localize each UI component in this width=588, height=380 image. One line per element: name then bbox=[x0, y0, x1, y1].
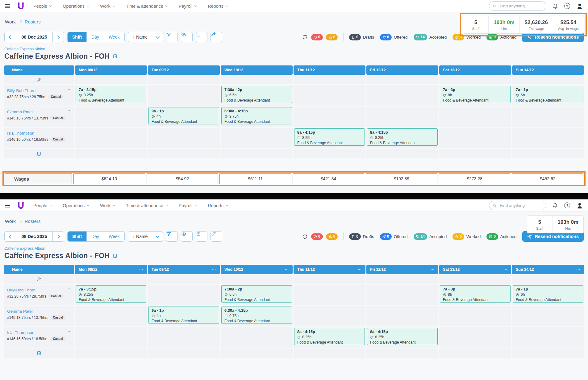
shift-cell[interactable]: 7a - 1p 6h Food & Beverage Attendant bbox=[512, 85, 584, 106]
nav-item-work[interactable]: Work bbox=[100, 4, 115, 9]
shift-cell[interactable]: 7a - 3p 8h Food & Beverage Attendant bbox=[439, 85, 511, 106]
sort-dropdown-button[interactable] bbox=[152, 232, 163, 241]
empty-cell[interactable] bbox=[75, 76, 147, 84]
visibility-button[interactable] bbox=[181, 231, 193, 242]
more-options-icon[interactable]: ••• bbox=[431, 69, 435, 71]
nav-item-operations[interactable]: Operations bbox=[63, 4, 89, 9]
global-search[interactable] bbox=[489, 1, 546, 11]
shift-card[interactable]: 7:30a - 2p 6.5h Food & Beverage Attendan… bbox=[221, 86, 292, 103]
empty-cell[interactable] bbox=[439, 349, 511, 358]
column-header-sat[interactable]: Sat 13/12••• bbox=[439, 265, 511, 274]
shift-card[interactable]: 7a - 3:15p 8.25h Food & Beverage Attenda… bbox=[76, 86, 146, 103]
tools-button[interactable] bbox=[211, 231, 222, 242]
column-header-wed[interactable]: Wed 10/12••• bbox=[221, 65, 293, 75]
column-header-tue[interactable]: Tue 09/12••• bbox=[148, 65, 220, 75]
empty-shift-cell[interactable] bbox=[294, 285, 365, 305]
column-header-sun[interactable]: Sun 14/12••• bbox=[512, 265, 584, 274]
roster-actions-button[interactable] bbox=[196, 231, 207, 242]
avatar[interactable] bbox=[576, 3, 583, 10]
empty-cell[interactable] bbox=[512, 275, 584, 284]
help-icon[interactable]: ? bbox=[564, 203, 570, 208]
more-options-icon[interactable]: ••• bbox=[577, 269, 580, 270]
empty-shift-cell[interactable] bbox=[439, 306, 511, 326]
global-search[interactable] bbox=[489, 201, 546, 210]
empty-shift-cell[interactable] bbox=[75, 306, 147, 326]
offered-pill[interactable]: 0 bbox=[380, 34, 392, 40]
employee-name-link[interactable]: Billy-Bob Thorn bbox=[7, 88, 35, 93]
nav-item-people[interactable]: People bbox=[33, 4, 52, 9]
empty-shift-cell[interactable] bbox=[512, 106, 584, 127]
tab-day[interactable]: Day bbox=[86, 32, 104, 42]
empty-cell[interactable] bbox=[148, 275, 220, 284]
filter-button[interactable] bbox=[166, 32, 178, 42]
employee-name-link[interactable]: Isla Thompson bbox=[7, 131, 34, 136]
empty-cell[interactable] bbox=[221, 349, 293, 358]
shift-card[interactable]: 7a - 1p 6h Food & Beverage Attendant bbox=[513, 285, 583, 303]
column-header-thu[interactable]: Thu 11/12••• bbox=[294, 65, 365, 75]
shift-cell[interactable]: 8a - 4:15p 8.25h Food & Beverage Attenda… bbox=[294, 327, 365, 348]
shift-cell[interactable]: 8a - 4:15p 8.25h Food & Beverage Attenda… bbox=[294, 128, 365, 148]
shift-cell[interactable]: 7:30a - 2p 6.5h Food & Beverage Attendan… bbox=[221, 85, 293, 106]
empty-cell[interactable] bbox=[75, 275, 147, 284]
nav-item-payroll[interactable]: Payroll bbox=[179, 4, 197, 9]
more-options-icon[interactable]: ••• bbox=[212, 269, 216, 270]
empty-shift-cell[interactable] bbox=[366, 106, 438, 127]
nav-item-payroll[interactable]: Payroll bbox=[179, 203, 197, 208]
sort-by-name[interactable]: ↑Name bbox=[128, 232, 152, 241]
empty-shift-cell[interactable] bbox=[148, 285, 220, 305]
empty-cell[interactable] bbox=[512, 149, 584, 158]
more-options-icon[interactable]: ••• bbox=[577, 69, 580, 71]
empty-cell[interactable] bbox=[294, 76, 365, 84]
shift-card[interactable]: 7a - 3p 8h Food & Beverage Attendant bbox=[440, 285, 511, 303]
shift-cell[interactable]: 9a - 1p 4h Food & Beverage Attendant bbox=[148, 306, 220, 326]
empty-shift-cell[interactable] bbox=[148, 85, 220, 106]
accepted-pill[interactable]: 14 bbox=[414, 233, 427, 240]
empty-shift-cell[interactable] bbox=[366, 85, 438, 106]
tab-week[interactable]: Week bbox=[104, 232, 124, 241]
empty-shift-cell[interactable] bbox=[148, 128, 220, 148]
tools-button[interactable] bbox=[211, 32, 222, 42]
employee-name-link[interactable]: Isla Thompson bbox=[7, 330, 34, 335]
refresh-button[interactable] bbox=[302, 234, 307, 239]
empty-shift-cell[interactable] bbox=[294, 306, 365, 326]
roster-actions-button[interactable] bbox=[196, 32, 207, 42]
empty-cell[interactable] bbox=[439, 275, 511, 284]
shift-card[interactable]: 7a - 1p 6h Food & Beverage Attendant bbox=[513, 86, 583, 103]
add-staff-cell[interactable] bbox=[4, 76, 74, 84]
empty-shift-cell[interactable] bbox=[75, 106, 147, 127]
empty-shift-cell[interactable] bbox=[294, 106, 365, 127]
empty-shift-cell[interactable] bbox=[439, 327, 511, 348]
search-input[interactable] bbox=[499, 3, 542, 9]
empty-cell[interactable] bbox=[439, 76, 511, 84]
prev-week-button[interactable] bbox=[5, 32, 16, 42]
empty-cell[interactable] bbox=[148, 76, 220, 84]
more-options-icon[interactable]: ••• bbox=[431, 269, 435, 270]
empty-shift-cell[interactable] bbox=[148, 327, 220, 348]
empty-cell[interactable] bbox=[294, 275, 365, 284]
shift-cell[interactable]: 7a - 3:15p 8.25h Food & Beverage Attenda… bbox=[75, 85, 147, 106]
empty-cell[interactable] bbox=[366, 76, 438, 84]
empty-shift-cell[interactable] bbox=[366, 285, 438, 305]
employee-name-link[interactable]: Billy-Bob Thorn bbox=[7, 288, 35, 292]
empty-shift-cell[interactable] bbox=[75, 128, 147, 148]
shift-card[interactable]: 8a - 4:15p 8.25h Food & Beverage Attenda… bbox=[367, 328, 438, 345]
column-header-thu[interactable]: Thu 11/12••• bbox=[294, 265, 365, 274]
more-options-icon[interactable]: ••• bbox=[140, 269, 143, 270]
offered-pill[interactable]: 0 bbox=[380, 233, 392, 240]
shift-cell[interactable]: 7a - 3p 8h Food & Beverage Attendant bbox=[439, 285, 511, 305]
empty-shift-cell[interactable] bbox=[512, 128, 584, 148]
nav-item-people[interactable]: People bbox=[33, 203, 52, 208]
column-header-wed[interactable]: Wed 10/12••• bbox=[221, 265, 293, 274]
hamburger-menu-icon[interactable] bbox=[5, 204, 10, 207]
worked-pill[interactable]: 0 bbox=[452, 233, 464, 240]
shift-card[interactable]: 7a - 3p 8h Food & Beverage Attendant bbox=[440, 86, 511, 103]
more-options-icon[interactable]: ••• bbox=[140, 69, 143, 71]
empty-shift-cell[interactable] bbox=[439, 106, 511, 127]
nav-item-reports[interactable]: Reports bbox=[208, 4, 228, 9]
app-logo[interactable] bbox=[18, 2, 24, 10]
empty-cell[interactable] bbox=[366, 349, 438, 358]
location-link[interactable]: Caffeine Express Albion bbox=[4, 47, 45, 51]
edit-roster-icon[interactable] bbox=[113, 253, 118, 258]
empty-cell[interactable] bbox=[294, 149, 365, 158]
column-header-mon[interactable]: Mon 08/12••• bbox=[75, 65, 147, 75]
